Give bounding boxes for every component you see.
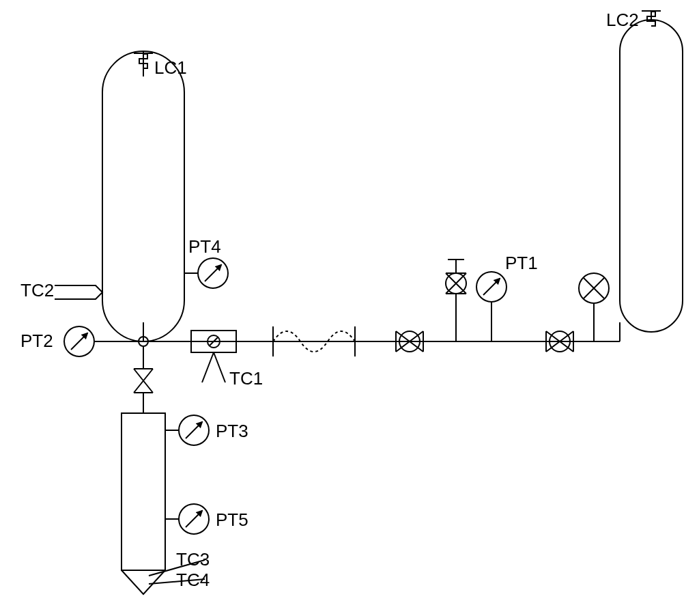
gauge-pt4 bbox=[198, 258, 228, 288]
pt5-label: PT5 bbox=[216, 509, 248, 530]
svg-rect-35 bbox=[122, 413, 165, 570]
small-valve bbox=[134, 369, 153, 393]
pt2-label: PT2 bbox=[20, 331, 53, 351]
lower-column bbox=[122, 413, 165, 594]
svg-line-27 bbox=[483, 279, 500, 295]
x-circle bbox=[579, 273, 609, 303]
vessel-left bbox=[102, 51, 184, 341]
svg-line-38 bbox=[186, 422, 202, 438]
tc1-probe bbox=[202, 352, 225, 382]
valve-1 bbox=[396, 331, 423, 352]
svg-line-15 bbox=[214, 352, 225, 382]
pt1-label: PT1 bbox=[505, 253, 538, 273]
gauge-pt5 bbox=[179, 504, 209, 534]
tc1-label: TC1 bbox=[229, 368, 263, 389]
tc3-label: TC3 bbox=[176, 549, 210, 570]
svg-line-11 bbox=[71, 333, 87, 350]
valve-2 bbox=[546, 331, 573, 352]
pid-diagram: LC1 PT4 TC2 LC2 PT2 TC1 bbox=[0, 0, 699, 616]
svg-line-16 bbox=[202, 352, 214, 382]
pt3-label: PT3 bbox=[216, 421, 248, 441]
gauge-pt2 bbox=[64, 326, 94, 356]
lc1-label: LC1 bbox=[154, 57, 187, 78]
tc4-label: TC4 bbox=[176, 570, 210, 590]
svg-line-41 bbox=[186, 511, 202, 527]
tc2-probe bbox=[55, 285, 102, 299]
lc2-label: LC2 bbox=[606, 10, 639, 30]
pt4-label: PT4 bbox=[188, 236, 221, 257]
svg-line-5 bbox=[205, 265, 221, 281]
branch-valve bbox=[446, 260, 466, 341]
tc2-label: TC2 bbox=[20, 280, 54, 300]
gauge-pt3 bbox=[179, 415, 209, 445]
gauge-pt1 bbox=[476, 272, 507, 302]
vessel-right bbox=[620, 10, 683, 332]
